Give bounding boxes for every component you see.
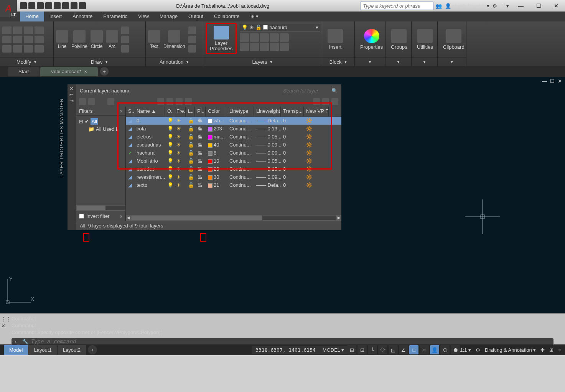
- line-tool[interactable]: Line: [56, 30, 68, 49]
- col-linetype[interactable]: Linetype: [227, 107, 254, 116]
- command-input[interactable]: [31, 338, 551, 344]
- customize-icon[interactable]: ≡: [558, 347, 561, 353]
- qat-undo-icon[interactable]: [62, 2, 69, 9]
- layout-tab-1[interactable]: Layout1: [28, 345, 57, 355]
- col-transparency[interactable]: Transp...: [281, 107, 304, 116]
- grid-toggle-icon[interactable]: ⊞: [347, 345, 356, 354]
- li1[interactable]: [240, 33, 249, 42]
- app-logo[interactable]: ALT: [0, 0, 17, 17]
- layer-row[interactable]: ◢paredes💡☀🔓🖶20Continu...—— 0.15...0🔆: [126, 165, 341, 173]
- doc-tab-start[interactable]: Start: [8, 67, 40, 76]
- ribbon-tab-home[interactable]: Home: [20, 12, 44, 21]
- exchange-icon[interactable]: ⚙: [493, 3, 497, 9]
- layer-row[interactable]: ◢cota💡☀🔓🖶203Continu...—— 0.13...0🔆: [126, 125, 341, 133]
- doc-tab-active[interactable]: vobi autocad* ×: [40, 67, 98, 76]
- cycle-toggle-icon[interactable]: ⬡: [440, 345, 450, 354]
- minimize-button[interactable]: —: [512, 0, 530, 12]
- add-layout-tab[interactable]: +: [88, 345, 97, 354]
- layer-row[interactable]: ◢eletros💡☀🔓🖶ma...Continu...—— 0.05...0🔆: [126, 133, 341, 141]
- col-newvp[interactable]: New VP F...: [304, 107, 329, 116]
- li10[interactable]: [280, 43, 289, 51]
- expand1-icon[interactable]: ✚: [540, 347, 545, 353]
- rect-icon[interactable]: [121, 26, 129, 34]
- refresh-icon[interactable]: [313, 98, 320, 105]
- toggle-icon[interactable]: [322, 98, 329, 105]
- panel-arrow-icon[interactable]: ▼: [368, 60, 372, 64]
- qat-saveas-icon[interactable]: [45, 2, 52, 9]
- copy-icon[interactable]: [2, 36, 12, 43]
- delete-layer-icon[interactable]: [176, 98, 183, 105]
- signin-button[interactable]: 👥: [436, 3, 442, 9]
- text-tool[interactable]: Text: [148, 30, 160, 49]
- help-icon[interactable]: ❔▾: [500, 3, 509, 9]
- li5[interactable]: [280, 33, 289, 42]
- cmd-close-icon[interactable]: ✕: [1, 323, 10, 329]
- insert-block-tool[interactable]: Insert: [325, 28, 346, 51]
- filter-scroll[interactable]: [76, 205, 125, 211]
- vc-max-icon[interactable]: ☐: [550, 78, 555, 84]
- drawing-area[interactable]: — ☐ ✕ ✕ ⇤ ⇥ LAYER PROPERTIES MANAGER Cur…: [0, 77, 565, 313]
- move-icon[interactable]: [2, 26, 12, 34]
- layer-row[interactable]: ✓hachura💡☀🔓🖶8Continu...—— 0.00...0🔆: [126, 149, 341, 157]
- ribbon-tab-collaborate[interactable]: Collaborate: [209, 12, 245, 21]
- invert-filter-checkbox[interactable]: [79, 214, 84, 219]
- close-button[interactable]: ✕: [547, 0, 565, 12]
- arc-tool[interactable]: Arc: [106, 30, 118, 49]
- panel-arrow-icon[interactable]: ▼: [344, 60, 347, 64]
- ellipse-icon[interactable]: [121, 36, 129, 43]
- panel-arrow-icon[interactable]: ▼: [105, 60, 108, 64]
- lineweight-toggle-icon[interactable]: ≡: [420, 345, 429, 354]
- maximize-button[interactable]: ☐: [530, 0, 547, 12]
- array-icon[interactable]: [24, 45, 33, 53]
- settings-icon[interactable]: [331, 98, 338, 105]
- layer-properties-button[interactable]: Layer Properties: [206, 23, 237, 54]
- ribbon-tab-annotate[interactable]: Annotate: [67, 12, 98, 21]
- circle-tool[interactable]: Circle: [91, 30, 103, 49]
- dimension-tool[interactable]: Dimension: [163, 30, 185, 49]
- ribbon-tab-output[interactable]: Output: [183, 12, 209, 21]
- qat-plot-icon[interactable]: [54, 2, 61, 9]
- groups-tool[interactable]: Groups: [388, 28, 410, 51]
- trim-icon[interactable]: [24, 26, 33, 34]
- qat-redo-icon[interactable]: [71, 2, 77, 9]
- col-lock[interactable]: L..: [186, 107, 195, 116]
- li3[interactable]: [260, 33, 269, 42]
- filter-all[interactable]: ⊟ ✔ All: [79, 117, 122, 125]
- layer-row[interactable]: ◢Mobiliário💡☀🔓🖶10Continu...—— 0.05...0🔆: [126, 157, 341, 165]
- layout-tab-2[interactable]: Layout2: [58, 345, 86, 355]
- vc-close-icon[interactable]: ✕: [558, 78, 562, 84]
- ribbon-tab-featured[interactable]: ⊞ ▾: [245, 12, 264, 21]
- pin-icon[interactable]: ⇤: [69, 92, 74, 96]
- vc-min-icon[interactable]: —: [542, 78, 547, 84]
- ribbon-tab-parametric[interactable]: Parametric: [98, 12, 133, 21]
- wrench-icon[interactable]: 🔧: [22, 339, 28, 344]
- col-color[interactable]: Color: [206, 107, 227, 116]
- user-menu[interactable]: 👤 chaelinfiorentin ▾: [445, 3, 489, 9]
- layer-row[interactable]: ◢0💡☀🔓🖶wh...Continu...—— Defa...0🔆: [126, 117, 341, 125]
- layout-tab-model[interactable]: Model: [4, 345, 28, 355]
- panel-arrow-icon[interactable]: ▼: [397, 60, 400, 64]
- col-freeze[interactable]: Fre...: [174, 107, 186, 116]
- collapse-filters-icon[interactable]: «: [120, 108, 122, 114]
- otrack-toggle-icon[interactable]: ∠: [399, 345, 408, 354]
- ribbon-tab-view[interactable]: View: [133, 12, 154, 21]
- ribbon-tab-manage[interactable]: Manage: [154, 12, 183, 21]
- li7[interactable]: [250, 43, 259, 51]
- anno-toggle-icon[interactable]: ⬢: [451, 345, 460, 354]
- clipboard-tool[interactable]: Clipboard: [440, 28, 468, 51]
- gear2-icon[interactable]: ⚙: [476, 347, 480, 353]
- ribbon-tab-insert[interactable]: Insert: [44, 12, 68, 21]
- mirror-icon[interactable]: [13, 36, 22, 43]
- col-name[interactable]: Name ▲: [134, 107, 165, 116]
- polyline-tool[interactable]: Polyline: [71, 30, 87, 49]
- panel-arrow-icon[interactable]: ▼: [186, 60, 189, 64]
- dock-icon[interactable]: ⇥: [69, 98, 74, 102]
- utilities-tool[interactable]: Utilities: [414, 28, 436, 51]
- li6[interactable]: [240, 43, 249, 51]
- panel-arrow-icon[interactable]: ▼: [423, 60, 426, 64]
- panel-arrow-icon[interactable]: ▼: [450, 60, 454, 64]
- transparency-toggle-icon[interactable]: 👤: [430, 345, 439, 354]
- li2[interactable]: [250, 33, 259, 42]
- col-status[interactable]: S..: [126, 107, 134, 116]
- explode-icon[interactable]: [35, 36, 44, 43]
